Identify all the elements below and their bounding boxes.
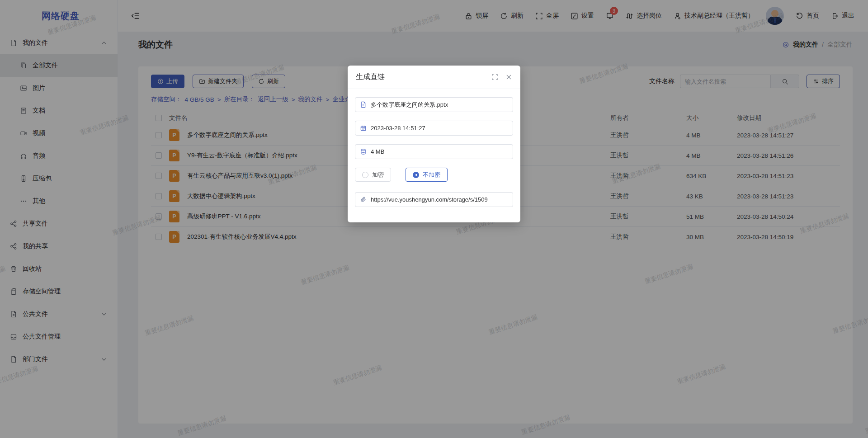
generate-link-dialog: 生成直链 加密 不加密 — [348, 66, 520, 222]
link-file-name-field — [355, 97, 513, 112]
paperclip-icon — [360, 196, 367, 203]
expand-dialog-icon[interactable] — [491, 74, 498, 80]
radio-circle-icon — [362, 172, 368, 178]
no-encrypt-radio[interactable]: 不加密 — [406, 168, 448, 182]
direct-link-input[interactable] — [371, 196, 508, 203]
link-size-field — [355, 144, 513, 159]
calendar-icon — [360, 125, 367, 132]
link-modified-field — [355, 121, 513, 136]
encrypt-radio[interactable]: 加密 — [355, 168, 391, 182]
dialog-title: 生成直链 — [356, 72, 385, 82]
close-dialog-icon[interactable] — [505, 74, 512, 80]
database-icon — [360, 148, 367, 155]
link-modified-input[interactable] — [371, 125, 508, 132]
file-icon — [360, 101, 367, 108]
link-size-input[interactable] — [371, 148, 508, 155]
radio-circle-icon — [413, 172, 419, 178]
link-file-name-input[interactable] — [371, 101, 508, 108]
direct-link-field — [355, 192, 513, 207]
